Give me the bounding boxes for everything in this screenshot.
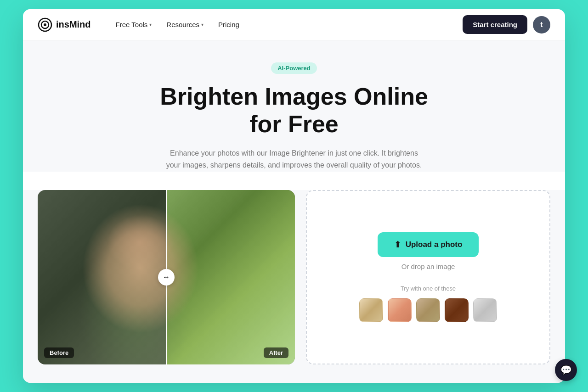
logo-icon <box>38 17 52 32</box>
before-label: Before <box>44 347 74 358</box>
nav-right: Start creating t <box>463 15 550 34</box>
chat-icon: 💬 <box>560 364 572 375</box>
sample-thumbnails <box>359 298 497 322</box>
hero-title: Brighten Images Online for Free <box>38 83 550 138</box>
comparison-container: ↔ Before After <box>38 190 295 364</box>
chat-bubble[interactable]: 💬 <box>555 359 577 381</box>
sample-thumb-4[interactable] <box>445 298 469 322</box>
svg-point-2 <box>44 23 46 26</box>
avatar[interactable]: t <box>533 16 550 34</box>
sample-thumb-5[interactable] <box>473 298 497 322</box>
upload-button[interactable]: ⬆ Upload a photo <box>378 232 479 257</box>
chevron-down-icon: ▾ <box>201 22 204 27</box>
sample-thumb-3[interactable] <box>416 298 440 322</box>
nav-free-tools[interactable]: Free Tools ▾ <box>109 17 158 32</box>
drop-text: Or drop an image <box>401 263 455 270</box>
upload-inner: ⬆ Upload a photo Or drop an image Try wi… <box>318 209 538 345</box>
start-creating-button[interactable]: Start creating <box>463 15 527 34</box>
upload-panel[interactable]: ⬆ Upload a photo Or drop an image Try wi… <box>306 190 550 364</box>
logo-text: insMind <box>56 19 91 30</box>
hero-subtitle: Enhance your photos with our Image Brigh… <box>165 147 423 172</box>
sample-thumb-1[interactable] <box>359 298 383 322</box>
nav-links: Free Tools ▾ Resources ▾ Pricing <box>109 17 463 32</box>
ai-badge: AI-Powered <box>271 62 317 74</box>
navbar: insMind Free Tools ▾ Resources ▾ Pricing… <box>23 9 565 40</box>
divider-handle[interactable]: ↔ <box>158 269 175 286</box>
main-content: ↔ Before After ⬆ Upload a photo Or drop … <box>23 190 565 383</box>
nav-resources[interactable]: Resources ▾ <box>160 17 210 32</box>
logo[interactable]: insMind <box>38 17 91 32</box>
chevron-down-icon: ▾ <box>149 22 152 27</box>
after-label: After <box>264 347 288 358</box>
upload-icon: ⬆ <box>394 240 401 250</box>
hero-section: AI-Powered Brighten Images Online for Fr… <box>23 40 565 171</box>
browser-window: insMind Free Tools ▾ Resources ▾ Pricing… <box>23 9 565 382</box>
nav-pricing[interactable]: Pricing <box>212 17 246 32</box>
sample-label: Try with one of these <box>401 285 456 292</box>
sample-thumb-2[interactable] <box>388 298 412 322</box>
